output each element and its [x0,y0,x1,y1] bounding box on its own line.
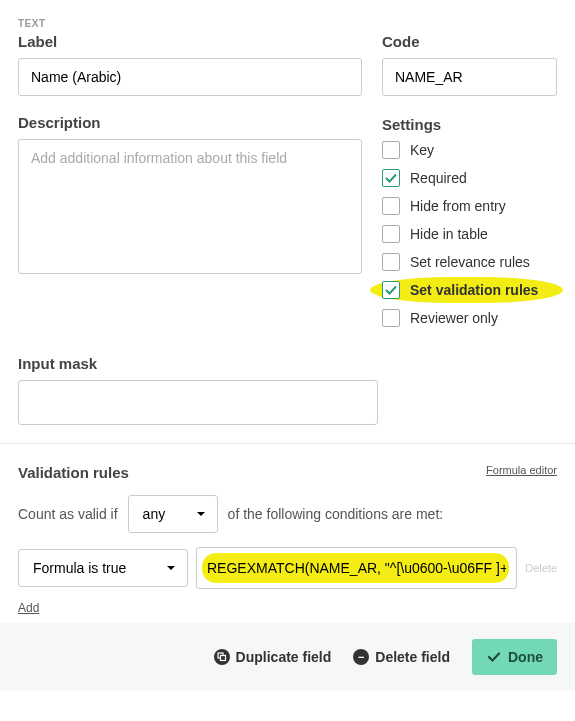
check-icon [486,649,502,665]
checkbox-row-key[interactable]: Key [382,141,557,159]
checkbox-label: Hide in table [410,226,488,242]
duplicate-icon [214,649,230,665]
add-rule-link[interactable]: Add [18,601,39,615]
checkbox-reviewer[interactable] [382,309,400,327]
checkbox-label: Set relevance rules [410,254,530,270]
done-label: Done [508,649,543,665]
checkbox-label: Set validation rules [410,282,538,298]
checkbox-label: Reviewer only [410,310,498,326]
count-suffix: of the following conditions are met: [228,506,444,522]
label-heading: Label [18,33,362,50]
checkbox-row-validation[interactable]: Set validation rules [382,281,557,299]
field-type-label: TEXT [18,18,557,29]
svg-rect-1 [220,656,225,661]
formula-editor-link[interactable]: Formula editor [486,464,557,476]
checkbox-row-hide-entry[interactable]: Hide from entry [382,197,557,215]
delete-label: Delete field [375,649,450,665]
input-mask-field[interactable] [18,380,378,425]
any-select[interactable]: any [128,495,218,533]
checkbox-row-reviewer[interactable]: Reviewer only [382,309,557,327]
description-heading: Description [18,114,362,131]
checkbox-relevance[interactable] [382,253,400,271]
duplicate-field-button[interactable]: Duplicate field [214,649,332,665]
delete-rule-link: Delete [525,562,557,574]
check-icon [384,171,398,185]
rule-type-select[interactable]: Formula is true [18,549,188,587]
checkbox-label: Hide from entry [410,198,506,214]
input-mask-heading: Input mask [18,355,557,372]
checkbox-key[interactable] [382,141,400,159]
code-heading: Code [382,33,557,50]
done-button[interactable]: Done [472,639,557,675]
description-input[interactable] [18,139,362,274]
label-input[interactable] [18,58,362,96]
checkbox-row-required[interactable]: Required [382,169,557,187]
validation-heading: Validation rules [18,464,557,481]
delete-field-button[interactable]: − Delete field [353,649,450,665]
duplicate-label: Duplicate field [236,649,332,665]
checkbox-required[interactable] [382,169,400,187]
checkbox-validation[interactable] [382,281,400,299]
check-icon [384,283,398,297]
settings-heading: Settings [382,116,557,133]
formula-input[interactable] [196,547,517,589]
checkbox-hide-table[interactable] [382,225,400,243]
count-prefix: Count as valid if [18,506,118,522]
checkbox-label: Required [410,170,467,186]
checkbox-row-relevance[interactable]: Set relevance rules [382,253,557,271]
code-input[interactable] [382,58,557,96]
minus-icon: − [353,649,369,665]
checkbox-hide-entry[interactable] [382,197,400,215]
checkbox-label: Key [410,142,434,158]
checkbox-row-hide-table[interactable]: Hide in table [382,225,557,243]
